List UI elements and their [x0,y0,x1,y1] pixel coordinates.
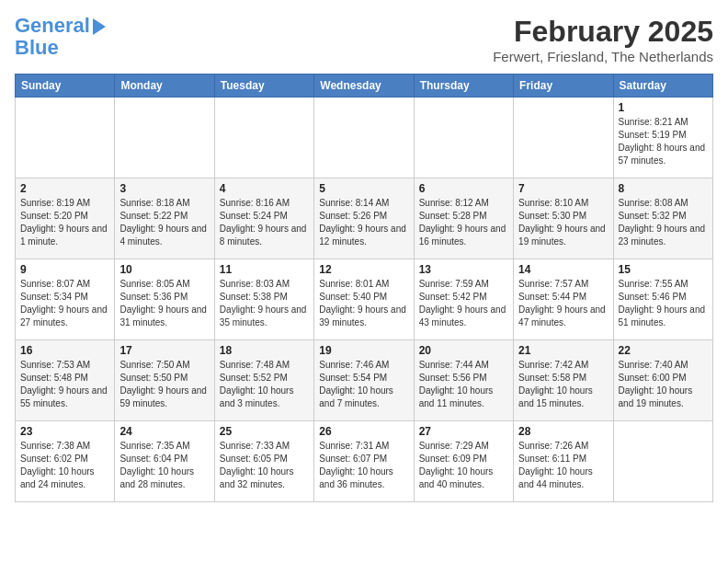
day-info: Sunrise: 7:38 AM Sunset: 6:02 PM Dayligh… [20,440,109,491]
title-block: February 2025 Ferwert, Friesland, The Ne… [493,15,713,64]
calendar-cell: 7Sunrise: 8:10 AM Sunset: 5:30 PM Daylig… [514,178,613,259]
calendar-cell: 26Sunrise: 7:31 AM Sunset: 6:07 PM Dayli… [314,421,414,502]
calendar-cell: 27Sunrise: 7:29 AM Sunset: 6:09 PM Dayli… [414,421,513,502]
day-number: 1 [619,101,708,114]
day-info: Sunrise: 7:35 AM Sunset: 6:04 PM Dayligh… [119,440,209,491]
day-header-thursday: Thursday [414,75,513,98]
day-number: 2 [20,182,109,195]
day-header-monday: Monday [115,75,214,98]
calendar-cell [214,98,313,178]
day-info: Sunrise: 8:12 AM Sunset: 5:28 PM Dayligh… [419,197,508,248]
day-number: 28 [518,425,608,438]
calendar-cell: 14Sunrise: 7:57 AM Sunset: 5:44 PM Dayli… [514,259,613,340]
calendar-cell: 19Sunrise: 7:46 AM Sunset: 5:54 PM Dayli… [314,340,414,421]
day-number: 5 [319,182,408,195]
calendar-cell: 20Sunrise: 7:44 AM Sunset: 5:56 PM Dayli… [414,340,513,421]
day-number: 12 [319,263,408,276]
day-header-friday: Friday [514,75,613,98]
calendar-cell [514,98,613,178]
calendar-cell: 3Sunrise: 8:18 AM Sunset: 5:22 PM Daylig… [115,178,214,259]
month-title: February 2025 [493,15,713,49]
calendar-cell [115,98,214,178]
day-info: Sunrise: 7:26 AM Sunset: 6:11 PM Dayligh… [518,440,608,491]
calendar-cell [16,98,115,178]
calendar-cell: 10Sunrise: 8:05 AM Sunset: 5:36 PM Dayli… [115,259,214,340]
day-info: Sunrise: 8:07 AM Sunset: 5:34 PM Dayligh… [20,278,109,329]
day-info: Sunrise: 8:01 AM Sunset: 5:40 PM Dayligh… [319,278,408,329]
day-info: Sunrise: 7:53 AM Sunset: 5:48 PM Dayligh… [20,359,109,410]
calendar-cell: 25Sunrise: 7:33 AM Sunset: 6:05 PM Dayli… [214,421,313,502]
calendar-cell: 9Sunrise: 8:07 AM Sunset: 5:34 PM Daylig… [16,259,115,340]
day-number: 15 [619,263,708,276]
day-info: Sunrise: 7:33 AM Sunset: 6:05 PM Dayligh… [220,440,309,491]
day-info: Sunrise: 7:48 AM Sunset: 5:52 PM Dayligh… [220,359,309,410]
day-number: 13 [419,263,508,276]
calendar-cell: 8Sunrise: 8:08 AM Sunset: 5:32 PM Daylig… [613,178,712,259]
day-info: Sunrise: 7:59 AM Sunset: 5:42 PM Dayligh… [419,278,508,329]
day-info: Sunrise: 8:03 AM Sunset: 5:38 PM Dayligh… [220,278,309,329]
day-info: Sunrise: 7:46 AM Sunset: 5:54 PM Dayligh… [319,359,408,410]
day-header-tuesday: Tuesday [214,75,313,98]
calendar-cell: 6Sunrise: 8:12 AM Sunset: 5:28 PM Daylig… [414,178,513,259]
calendar-cell [414,98,513,178]
week-row-3: 9Sunrise: 8:07 AM Sunset: 5:34 PM Daylig… [16,259,713,340]
day-info: Sunrise: 8:19 AM Sunset: 5:20 PM Dayligh… [20,197,109,248]
day-number: 20 [419,344,508,357]
day-number: 16 [20,344,109,357]
page-header: General Blue February 2025 Ferwert, Frie… [15,15,713,64]
calendar-cell: 16Sunrise: 7:53 AM Sunset: 5:48 PM Dayli… [16,340,115,421]
day-number: 23 [20,425,109,438]
day-number: 17 [119,344,209,357]
day-header-saturday: Saturday [613,75,712,98]
calendar-cell: 5Sunrise: 8:14 AM Sunset: 5:26 PM Daylig… [314,178,414,259]
calendar-cell: 21Sunrise: 7:42 AM Sunset: 5:58 PM Dayli… [514,340,613,421]
calendar-header-row: SundayMondayTuesdayWednesdayThursdayFrid… [16,75,713,98]
day-info: Sunrise: 7:50 AM Sunset: 5:50 PM Dayligh… [119,359,209,410]
day-info: Sunrise: 7:40 AM Sunset: 6:00 PM Dayligh… [619,359,708,410]
week-row-1: 1Sunrise: 8:21 AM Sunset: 5:19 PM Daylig… [16,98,713,178]
day-number: 26 [319,425,408,438]
week-row-2: 2Sunrise: 8:19 AM Sunset: 5:20 PM Daylig… [16,178,713,259]
day-info: Sunrise: 8:08 AM Sunset: 5:32 PM Dayligh… [619,197,708,248]
day-header-sunday: Sunday [16,75,115,98]
day-info: Sunrise: 7:31 AM Sunset: 6:07 PM Dayligh… [319,440,408,491]
day-number: 24 [119,425,209,438]
logo-text-line2: Blue [15,37,59,59]
day-number: 4 [220,182,309,195]
calendar-cell: 2Sunrise: 8:19 AM Sunset: 5:20 PM Daylig… [16,178,115,259]
week-row-4: 16Sunrise: 7:53 AM Sunset: 5:48 PM Dayli… [16,340,713,421]
day-info: Sunrise: 8:14 AM Sunset: 5:26 PM Dayligh… [319,197,408,248]
day-number: 21 [518,344,608,357]
day-info: Sunrise: 8:16 AM Sunset: 5:24 PM Dayligh… [220,197,309,248]
day-info: Sunrise: 7:57 AM Sunset: 5:44 PM Dayligh… [518,278,608,329]
calendar-cell: 12Sunrise: 8:01 AM Sunset: 5:40 PM Dayli… [314,259,414,340]
day-info: Sunrise: 8:10 AM Sunset: 5:30 PM Dayligh… [518,197,608,248]
calendar-cell: 18Sunrise: 7:48 AM Sunset: 5:52 PM Dayli… [214,340,313,421]
calendar-cell: 22Sunrise: 7:40 AM Sunset: 6:00 PM Dayli… [613,340,712,421]
day-number: 6 [419,182,508,195]
calendar-cell: 15Sunrise: 7:55 AM Sunset: 5:46 PM Dayli… [613,259,712,340]
calendar-cell: 23Sunrise: 7:38 AM Sunset: 6:02 PM Dayli… [16,421,115,502]
calendar-cell: 4Sunrise: 8:16 AM Sunset: 5:24 PM Daylig… [214,178,313,259]
day-number: 10 [119,263,209,276]
day-info: Sunrise: 8:21 AM Sunset: 5:19 PM Dayligh… [619,116,708,167]
logo-text-line1: General [15,15,90,37]
calendar-cell: 1Sunrise: 8:21 AM Sunset: 5:19 PM Daylig… [613,98,712,178]
day-number: 7 [518,182,608,195]
day-info: Sunrise: 7:42 AM Sunset: 5:58 PM Dayligh… [518,359,608,410]
calendar: SundayMondayTuesdayWednesdayThursdayFrid… [15,74,713,502]
calendar-cell [314,98,414,178]
day-number: 18 [220,344,309,357]
day-info: Sunrise: 7:55 AM Sunset: 5:46 PM Dayligh… [619,278,708,329]
day-info: Sunrise: 8:05 AM Sunset: 5:36 PM Dayligh… [119,278,209,329]
location: Ferwert, Friesland, The Netherlands [493,49,713,64]
day-number: 22 [619,344,708,357]
calendar-cell: 28Sunrise: 7:26 AM Sunset: 6:11 PM Dayli… [514,421,613,502]
calendar-cell: 11Sunrise: 8:03 AM Sunset: 5:38 PM Dayli… [214,259,313,340]
day-number: 11 [220,263,309,276]
day-number: 27 [419,425,508,438]
day-number: 25 [220,425,309,438]
logo-arrow-icon [93,18,106,35]
day-number: 9 [20,263,109,276]
day-info: Sunrise: 7:29 AM Sunset: 6:09 PM Dayligh… [419,440,508,491]
